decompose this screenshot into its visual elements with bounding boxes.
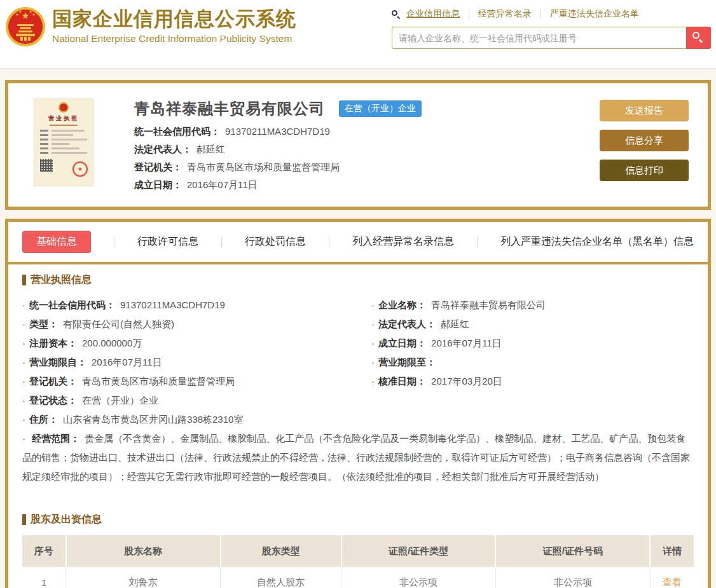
nav-separator — [469, 10, 469, 18]
license-red-seal: ★ — [72, 161, 88, 177]
field-establish-date: 成立日期：2016年07月11日 — [371, 334, 694, 353]
national-emblem-logo-icon — [5, 6, 46, 47]
field-term-to: 营业期限至： — [371, 353, 694, 372]
search-icon — [692, 32, 703, 42]
cell-shareholder-type: 自然人股东 — [221, 567, 341, 588]
cell-cert-no: 非公示项 — [495, 567, 650, 588]
company-field-credit-code: 统一社会信用代码：91370211MA3CDH7D19 — [134, 125, 600, 138]
company-name: 青岛祥泰融丰贸易有限公司 — [134, 99, 325, 119]
site-title-cn: 国家企业信用信息公示系统 — [52, 8, 296, 31]
business-license-image: 营业执照 ★ — [34, 99, 93, 186]
cell-shareholder-name: 刘鲁东 — [66, 567, 221, 588]
license-qr-code — [40, 159, 53, 172]
search-bar — [392, 27, 711, 49]
field-business-scope: 经营范围：贵金属（不含黄金）、金属制品、橡胶制品、化工产品（不含危险化学品及一类… — [22, 429, 694, 486]
license-section-title: 营业执照信息 — [22, 273, 694, 287]
status-badge: 在营（开业）企业 — [339, 100, 422, 117]
cell-detail: 查看 — [650, 567, 694, 588]
field-reg-authority: 登记机关：青岛市黄岛区市场和质量监督管理局 — [22, 372, 371, 391]
field-reg-status: 登记状态：在营（开业）企业 — [22, 391, 371, 410]
field-company-name: 企业名称：青岛祥泰融丰贸易有限公司 — [371, 296, 694, 315]
page-header: 国家企业信用信息公示系统 National Enterprise Credit … — [0, 0, 716, 69]
nav-link-abnormal-list[interactable]: 经营异常名录 — [478, 8, 532, 20]
field-registered-capital: 注册资本：200.000000万 — [22, 334, 371, 353]
col-header-cert-no: 证照/证件号码 — [495, 535, 650, 567]
field-credit-code: 统一社会信用代码：91370211MA3CDH7D19 — [22, 296, 371, 315]
send-report-button[interactable]: 发送报告 — [600, 100, 689, 121]
field-term-from: 营业期限自：2016年07月11日 — [22, 353, 371, 372]
site-title-block: 国家企业信用信息公示系统 National Enterprise Credit … — [52, 5, 296, 44]
col-header-detail: 详情 — [650, 535, 694, 567]
license-title: 营业执照 — [34, 114, 93, 123]
tab-admin-license[interactable]: 行政许可信息 — [137, 231, 198, 253]
search-icon — [392, 10, 400, 18]
col-header-cert-type: 证照/证件类型 — [341, 535, 496, 567]
col-header-shareholder-name: 股东名称 — [66, 535, 221, 567]
nav-link-illegal-list[interactable]: 严重违法失信企业名单 — [550, 8, 639, 20]
print-info-button[interactable]: 信息打印 — [600, 160, 689, 181]
field-company-type: 类型：有限责任公司(自然人独资) — [22, 315, 371, 334]
field-address: 住所：山东省青岛市黄岛区井冈山路338栋2310室 — [22, 410, 371, 429]
tab-abnormal-list[interactable]: 列入经营异常名录信息 — [352, 231, 454, 253]
search-button[interactable] — [686, 27, 711, 49]
top-nav: 企业信用信息 经营异常名录 严重违法失信企业名单 — [392, 6, 711, 22]
tab-bar: 基础信息 行政许可信息 行政处罚信息 列入经营异常名录信息 列入严重违法失信企业… — [8, 222, 708, 264]
license-emblem-icon — [59, 102, 69, 113]
col-header-no: 序号 — [22, 535, 66, 567]
company-field-legal-rep: 法定代表人：郝延红 — [134, 143, 600, 156]
table-row: 1 刘鲁东 自然人股东 非公示项 非公示项 查看 — [22, 567, 694, 588]
col-header-shareholder-type: 股东类型 — [221, 535, 341, 567]
tab-basic-info[interactable]: 基础信息 — [22, 231, 91, 253]
field-legal-rep: 法定代表人：郝延红 — [371, 315, 694, 334]
search-input[interactable] — [392, 27, 686, 49]
share-info-button[interactable]: 信息分享 — [600, 130, 689, 151]
company-field-reg-authority: 登记机关：青岛市黄岛区市场和质量监督管理局 — [134, 161, 600, 174]
table-header-row: 序号 股东名称 股东类型 证照/证件类型 证照/证件号码 详情 — [22, 535, 694, 567]
tab-blacklist[interactable]: 列入严重违法失信企业名单（黑名单）信息 — [500, 231, 694, 253]
nav-link-enterprise-credit[interactable]: 企业信用信息 — [406, 8, 460, 20]
company-field-establish-date: 成立日期：2016年07月11日 — [134, 179, 600, 191]
detail-card: 基础信息 行政许可信息 行政处罚信息 列入经营异常名录信息 列入严重违法失信企业… — [5, 219, 711, 588]
shareholders-section-title: 股东及出资信息 — [22, 513, 694, 526]
cell-no: 1 — [22, 567, 66, 588]
shareholders-table: 序号 股东名称 股东类型 证照/证件类型 证照/证件号码 详情 1 刘鲁东 自然 — [22, 535, 694, 588]
view-detail-link[interactable]: 查看 — [663, 577, 682, 587]
field-approval-date: 核准日期：2017年03月20日 — [371, 372, 694, 391]
cell-cert-type: 非公示项 — [341, 567, 496, 588]
tab-admin-penalty[interactable]: 行政处罚信息 — [245, 231, 306, 253]
company-summary-card: 营业执照 ★ 青岛祥泰融丰贸易有限公司 在营（开业）企业 统一社会信用代码：91… — [5, 80, 711, 210]
site-title-en: National Enterprise Credit Information P… — [52, 33, 296, 44]
nav-separator — [540, 10, 541, 18]
